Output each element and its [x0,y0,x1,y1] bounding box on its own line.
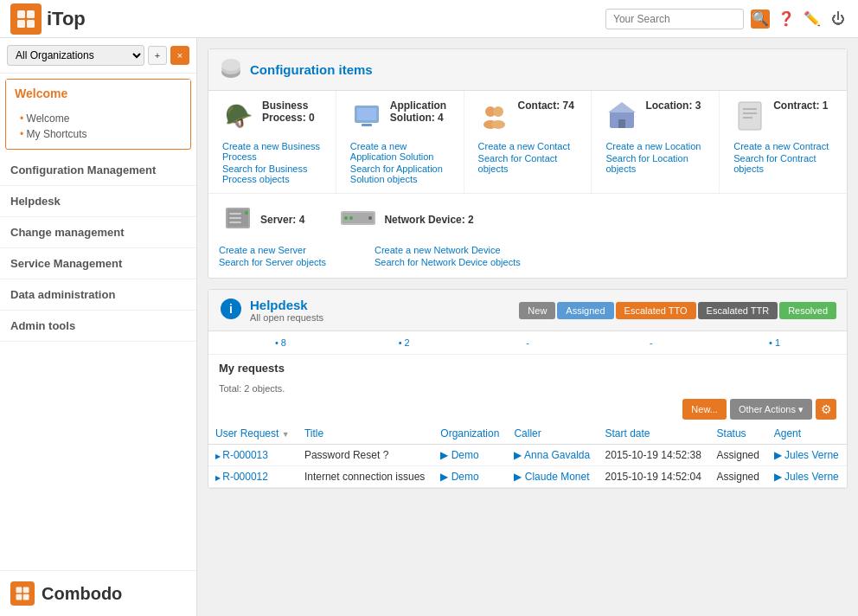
welcome-title: Welcome [6,80,190,107]
col-user-request[interactable]: User Request ▼ [208,423,298,445]
sidebar-item-change[interactable]: Change management [0,217,196,248]
helpdesk-counts: • 8 • 2 - - • 1 [208,331,847,355]
search-location-link[interactable]: Search for Location objects [605,153,705,174]
config-item-contract: Contract: 1 [720,91,847,141]
help-icon[interactable]: ❓ [777,10,796,29]
tab-assigned[interactable]: Assigned [557,302,613,319]
svg-rect-6 [16,594,22,600]
search-server-link[interactable]: Search for Server objects [219,257,375,267]
layout: All Organizations + × Welcome Welcome My… [0,38,858,616]
cell-status: Assigned [710,466,767,488]
config-item-business: 🪖 Business Process: 0 [208,91,336,141]
contact-links: Create a new Contact Search for Contact … [464,141,592,183]
cell-title: Internet connection issues [298,466,433,488]
location-links: Create a new Location Search for Locatio… [592,141,719,183]
cell-title: Password Reset ? [298,445,433,466]
power-icon[interactable]: ⏻ [829,10,848,29]
helpdesk-title: Helpdesk [250,298,323,312]
edit-icon[interactable]: ✏️ [803,10,822,29]
sidebar-item-service[interactable]: Service Management [0,248,196,279]
search-app-link[interactable]: Search for Application Solution objects [350,164,450,184]
search-contact-link[interactable]: Search for Contact objects [478,153,578,174]
config-col-contract: Contract: 1 Create a new Contract Search… [720,91,847,193]
org-select[interactable]: All Organizations [7,45,144,66]
helpdesk-subtitle: All open requests [250,312,323,323]
svg-rect-2 [17,20,25,28]
network-device-item: Network Device: 2 [339,202,473,236]
welcome-section: Welcome Welcome My Shortcuts [5,79,191,150]
business-icon: 🪖 [222,99,255,132]
svg-point-27 [245,211,248,215]
cell-org: ▶ Demo [433,445,507,466]
col-title[interactable]: Title [298,423,433,445]
new-button[interactable]: New... [682,399,727,420]
col-start-date[interactable]: Start date [598,423,709,445]
tab-resolved[interactable]: Resolved [779,302,836,319]
create-app-link[interactable]: Create a new Application Solution [350,141,450,162]
config-icon-button[interactable]: ⚙ [816,399,836,420]
config-items-card: Configuration items 🪖 Business Process: … [208,48,848,279]
welcome-link-welcome[interactable]: Welcome [20,111,182,126]
search-input[interactable] [605,9,744,29]
tab-new[interactable]: New [519,302,555,319]
create-contract-link[interactable]: Create a new Contract [733,141,833,151]
count-tto: - [466,335,590,350]
svg-point-17 [491,120,505,129]
config-items-grid: 🪖 Business Process: 0 Create a new Busin… [208,91,847,193]
logo-area: iTop [10,3,86,35]
cell-status: Assigned [710,445,767,466]
table-actions: New... Other Actions ▾ ⚙ [208,395,847,423]
svg-marker-19 [608,102,636,112]
cell-id[interactable]: R-000012 [208,466,298,488]
my-requests-title: My requests [208,355,847,382]
logo-text: iTop [47,8,86,30]
helpdesk-header: i Helpdesk All open requests New Assigne… [208,290,847,331]
sidebar: All Organizations + × Welcome Welcome My… [0,38,197,616]
cell-date: 2015-10-19 14:52:04 [598,466,709,488]
location-label: Location: 3 [645,99,701,112]
sidebar-item-data[interactable]: Data administration [0,279,196,311]
col-organization[interactable]: Organization [433,423,507,445]
search-business-link[interactable]: Search for Business Process objects [222,164,322,184]
search-contract-link[interactable]: Search for Contract objects [733,153,833,174]
svg-point-35 [368,216,372,220]
table-row: R-000012 Internet connection issues ▶ De… [208,466,847,488]
helpdesk-tabs: New Assigned Escalated TTO Escalated TTR… [519,302,836,319]
tab-escalated-ttr[interactable]: Escalated TTR [698,302,778,319]
welcome-link-shortcuts[interactable]: My Shortcuts [20,126,182,142]
create-network-link[interactable]: Create a new Network Device [375,245,521,255]
cell-agent: ▶ Jules Verne [767,466,847,488]
count-resolved: • 1 [713,335,836,350]
org-action-button[interactable]: × [170,46,189,65]
create-contact-link[interactable]: Create a new Contact [478,141,578,151]
other-actions-button[interactable]: Other Actions ▾ [730,399,812,420]
svg-rect-12 [357,108,376,120]
sidebar-item-admin[interactable]: Admin tools [0,311,196,342]
svg-rect-30 [229,221,241,223]
business-links: Create a new Business Process Search for… [208,141,336,193]
search-network-link[interactable]: Search for Network Device objects [375,257,521,267]
sidebar-item-configuration[interactable]: Configuration Management [0,155,196,186]
create-server-link[interactable]: Create a new Server [219,245,375,255]
header: iTop 🔍 ❓ ✏️ ⏻ [0,0,858,38]
search-button[interactable]: 🔍 [751,10,770,29]
cell-org: ▶ Demo [433,466,507,488]
col-caller[interactable]: Caller [507,423,598,445]
create-location-link[interactable]: Create a new Location [605,141,705,151]
svg-rect-1 [27,10,35,18]
svg-rect-28 [229,213,241,215]
total-text: Total: 2 objects. [208,382,847,395]
svg-point-10 [221,59,240,71]
col-agent[interactable]: Agent [767,423,847,445]
cell-id[interactable]: R-000013 [208,445,298,466]
server-icon [222,202,253,236]
contact-icon [478,99,511,132]
svg-rect-0 [17,10,25,18]
create-business-link[interactable]: Create a new Business Process [222,141,322,162]
col-status[interactable]: Status [710,423,767,445]
sidebar-item-helpdesk[interactable]: Helpdesk [0,186,196,217]
org-add-button[interactable]: + [148,46,167,65]
cell-date: 2015-10-19 14:52:38 [598,445,709,466]
tab-escalated-tto[interactable]: Escalated TTO [616,302,696,319]
count-assigned: • 2 [343,335,466,350]
